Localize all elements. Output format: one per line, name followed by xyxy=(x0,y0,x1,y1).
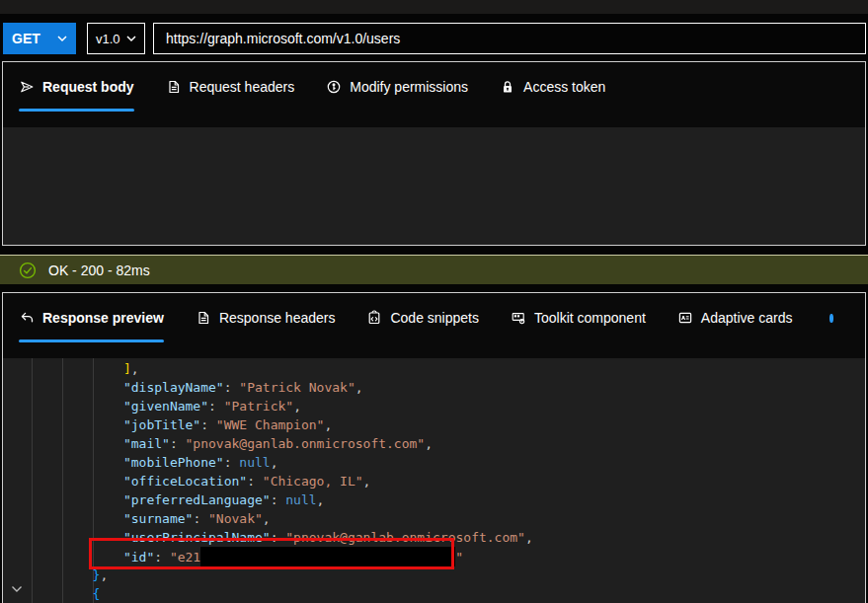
chevron-down-icon xyxy=(126,36,136,42)
card-icon xyxy=(677,310,693,326)
code-brackets-icon xyxy=(366,310,382,326)
tab-request-body[interactable]: Request body xyxy=(19,62,134,112)
document-icon xyxy=(196,310,211,326)
permissions-icon xyxy=(326,79,342,95)
tab-label: Request body xyxy=(42,79,134,95)
request-url-input[interactable] xyxy=(153,23,866,54)
code-line: "preferredLanguage": null, xyxy=(3,490,865,509)
tab-label: Modify permissions xyxy=(350,79,468,95)
tab-label: Request headers xyxy=(190,79,295,95)
tab-label: Toolkit component xyxy=(534,310,646,326)
tab-label: Response preview xyxy=(42,310,164,326)
response-section: Response preview Response headers Code s… xyxy=(2,292,866,603)
code-line: }, xyxy=(3,565,865,584)
code-line: "officeLocation": "Chicago, IL", xyxy=(3,472,865,490)
request-url-row: GET v1.0 xyxy=(3,23,866,54)
code-line: "userPrincipalName": "pnovak@ganlab.onmi… xyxy=(3,528,865,547)
code-line: "id": "e21" xyxy=(3,547,865,565)
code-line: "jobTitle": "WWE Champion", xyxy=(3,415,865,434)
json-response-code: ], "displayName": "Patrick Novak", "give… xyxy=(3,358,865,603)
code-line: { xyxy=(3,584,865,603)
api-version-label: v1.0 xyxy=(96,32,120,46)
response-preview-editor[interactable]: ], "displayName": "Patrick Novak", "give… xyxy=(3,358,865,603)
tab-label: Code snippets xyxy=(390,310,479,326)
window-top-strip xyxy=(0,0,868,14)
response-tabs-row: Response preview Response headers Code s… xyxy=(3,293,865,342)
send-icon xyxy=(19,79,35,95)
code-line: "displayName": "Patrick Novak", xyxy=(3,378,865,397)
request-tabs-row: Request body Request headers Modify perm… xyxy=(3,62,865,112)
code-line: ], xyxy=(3,359,865,378)
api-version-dropdown[interactable]: v1.0 xyxy=(87,23,145,54)
request-body-editor[interactable] xyxy=(3,127,865,245)
tab-modify-permissions[interactable]: Modify permissions xyxy=(326,62,468,112)
tab-label: Response headers xyxy=(219,310,336,326)
response-status-bar: OK - 200 - 82ms xyxy=(0,255,868,284)
tab-request-headers[interactable]: Request headers xyxy=(166,62,295,112)
tab-label: Access token xyxy=(523,79,605,95)
code-line: "mobilePhone": null, xyxy=(3,453,865,472)
code-line: "givenName": "Patrick", xyxy=(3,397,865,415)
http-method-label: GET xyxy=(12,31,40,46)
tab-response-headers[interactable]: Response headers xyxy=(196,293,336,342)
document-icon xyxy=(166,79,182,95)
code-line: "mail": "pnovak@ganlab.onmicrosoft.com", xyxy=(3,434,865,453)
tab-access-token[interactable]: Access token xyxy=(500,62,605,112)
success-check-icon xyxy=(19,262,37,279)
redacted-value xyxy=(200,547,455,566)
tab-code-snippets[interactable]: Code snippets xyxy=(366,293,479,342)
component-icon xyxy=(511,310,526,326)
tab-adaptive-cards[interactable]: Adaptive cards xyxy=(677,293,793,342)
lock-icon xyxy=(500,79,515,95)
code-line: "surname": "Novak", xyxy=(3,509,865,528)
notification-dot xyxy=(829,314,833,323)
status-text: OK - 200 - 82ms xyxy=(48,263,150,278)
tab-label: Adaptive cards xyxy=(701,310,793,326)
http-method-dropdown[interactable]: GET xyxy=(3,23,76,54)
chevron-down-icon xyxy=(57,36,67,42)
tab-response-preview[interactable]: Response preview xyxy=(19,293,164,342)
request-section: Request body Request headers Modify perm… xyxy=(2,61,866,246)
tab-toolkit-component[interactable]: Toolkit component xyxy=(511,293,646,342)
reply-icon xyxy=(19,310,35,326)
